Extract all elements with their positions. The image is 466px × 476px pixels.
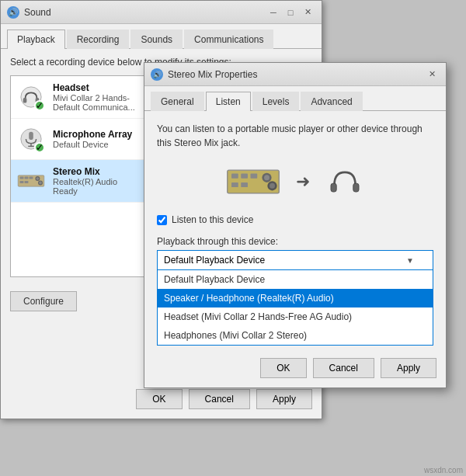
tab-sounds[interactable]: Sounds — [130, 30, 183, 49]
properties-dialog: 🔊 Stereo Mix Properties ✕ General Listen… — [144, 62, 447, 388]
headphone-visual-icon — [325, 164, 364, 199]
tab-playback[interactable]: Playback — [7, 30, 65, 49]
svg-rect-27 — [331, 183, 336, 192]
props-titlebar-controls: ✕ — [424, 67, 440, 82]
headset-status-badge: ✓ — [34, 100, 45, 111]
svg-rect-12 — [25, 181, 29, 183]
dropdown-option-default[interactable]: Default Playback Device — [158, 270, 433, 289]
svg-rect-22 — [241, 182, 248, 186]
sound-tabs-bar: Playback Recording Sounds Communications — [1, 24, 322, 49]
props-tab-general[interactable]: General — [151, 92, 204, 111]
playback-device-dropdown-wrapper: Default Playback Device ▼ Default Playba… — [157, 250, 433, 270]
props-dialog-buttons: OK Cancel Apply — [260, 358, 436, 378]
svg-rect-11 — [20, 181, 24, 183]
sound-titlebar: 🔊 Sound ─ □ ✕ — [1, 1, 322, 24]
maximize-button[interactable]: □ — [283, 5, 298, 20]
listen-checkbox[interactable] — [157, 215, 167, 225]
props-content: You can listen to a portable music playe… — [144, 111, 446, 301]
soundcard-visual-icon — [226, 166, 280, 197]
dropdown-chevron-icon: ▼ — [406, 256, 414, 265]
svg-point-26 — [270, 182, 275, 188]
props-tab-listen[interactable]: Listen — [206, 92, 251, 111]
playback-device-dropdown-menu: Default Playback Device Speaker / Headph… — [157, 270, 433, 346]
playback-through-label: Playback through this device: — [157, 236, 433, 247]
playback-device-dropdown[interactable]: Default Playback Device ▼ — [157, 250, 433, 270]
sound-dialog-buttons: OK Cancel Apply — [136, 389, 312, 409]
svg-point-16 — [39, 182, 42, 185]
sound-window-title: Sound — [24, 7, 266, 18]
sound-apply-button[interactable]: Apply — [256, 389, 312, 409]
minimize-button[interactable]: ─ — [266, 5, 281, 20]
sound-window-icon: 🔊 — [7, 6, 19, 19]
svg-rect-10 — [30, 177, 33, 179]
tab-communications[interactable]: Communications — [184, 30, 273, 49]
props-tabs-bar: General Listen Levels Advanced — [144, 86, 446, 111]
dropdown-option-headphones[interactable]: Headphones (Mivi Collar 2 Stereo) — [158, 326, 433, 345]
svg-rect-20 — [251, 173, 258, 178]
dropdown-option-headset[interactable]: Headset (Mivi Collar 2 Hands-Free AG Aud… — [158, 307, 433, 326]
props-tab-levels[interactable]: Levels — [252, 92, 300, 111]
svg-rect-19 — [241, 173, 248, 178]
listen-checkbox-label[interactable]: Listen to this device — [172, 214, 253, 225]
microphone-icon: ✓ — [17, 125, 45, 153]
props-description: You can listen to a portable music playe… — [157, 122, 433, 150]
configure-button[interactable]: Configure — [10, 291, 77, 311]
microphone-status-badge: ✓ — [34, 142, 45, 153]
props-tab-advanced[interactable]: Advanced — [301, 92, 362, 111]
arrow-icon: ➜ — [296, 172, 310, 192]
tab-recording[interactable]: Recording — [67, 30, 130, 49]
sound-ok-button[interactable]: OK — [136, 389, 182, 409]
svg-rect-28 — [353, 183, 359, 192]
dropdown-option-speaker[interactable]: Speaker / Headphone (Realtek(R) Audio) — [158, 289, 433, 307]
svg-rect-4 — [29, 132, 33, 140]
close-button[interactable]: ✕ — [300, 5, 315, 20]
props-close-button[interactable]: ✕ — [424, 67, 440, 82]
stereo-mix-icon — [17, 167, 45, 195]
props-cancel-button[interactable]: Cancel — [313, 358, 374, 378]
svg-rect-8 — [20, 177, 24, 179]
svg-rect-9 — [25, 177, 29, 179]
props-titlebar: 🔊 Stereo Mix Properties ✕ — [144, 63, 446, 86]
titlebar-controls: ─ □ ✕ — [266, 5, 315, 20]
svg-rect-21 — [231, 182, 238, 186]
headset-icon: ✓ — [17, 83, 45, 111]
svg-rect-18 — [231, 173, 238, 178]
listen-checkbox-row: Listen to this device — [157, 214, 433, 225]
props-icon: 🔊 — [151, 68, 163, 81]
svg-point-14 — [37, 177, 40, 180]
dropdown-selected-text: Default Playback Device — [164, 255, 265, 266]
svg-point-24 — [264, 175, 270, 180]
props-ok-button[interactable]: OK — [260, 358, 306, 378]
props-apply-button[interactable]: Apply — [381, 358, 436, 378]
svg-rect-1 — [23, 98, 27, 103]
sound-cancel-button[interactable]: Cancel — [189, 389, 250, 409]
device-visual: ➜ — [157, 164, 433, 199]
props-title: Stereo Mix Properties — [168, 69, 424, 80]
watermark: wsxdn.com — [424, 466, 463, 474]
